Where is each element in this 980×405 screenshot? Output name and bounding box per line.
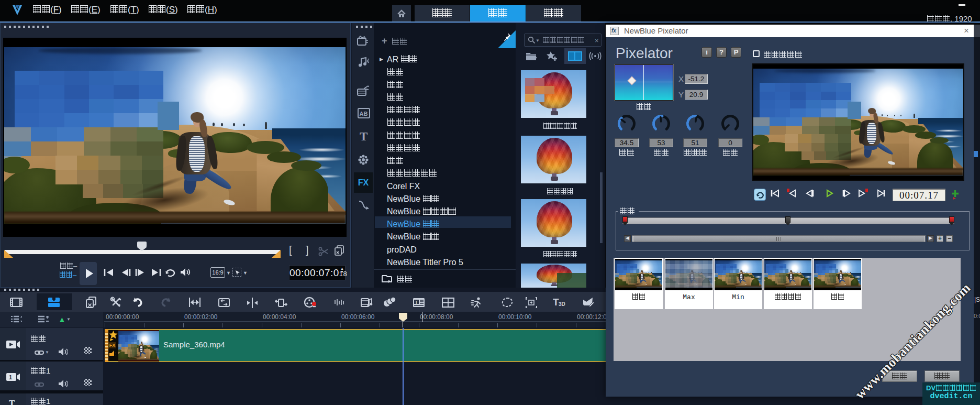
svg-text:AB: AB xyxy=(360,111,368,117)
svg-text:1: 1 xyxy=(9,374,12,380)
svg-text:3D: 3D xyxy=(559,301,565,307)
svg-text:T: T xyxy=(415,300,418,305)
